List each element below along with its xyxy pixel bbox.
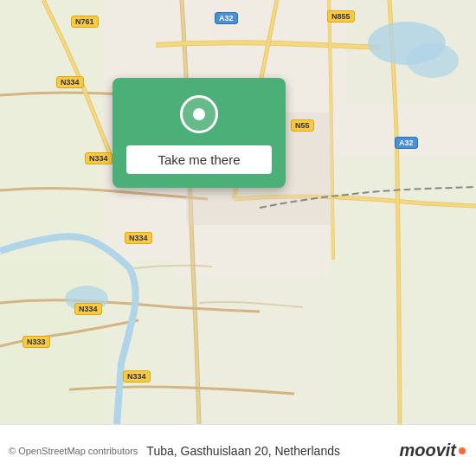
svg-point-7 bbox=[407, 43, 459, 78]
road-label-n761: N761 bbox=[71, 16, 99, 28]
take-me-there-button[interactable]: Take me there bbox=[126, 145, 272, 174]
road-label-n855: N855 bbox=[327, 10, 355, 23]
road-label-n334-mid: N334 bbox=[85, 152, 113, 164]
moovit-logo: moovit bbox=[399, 441, 466, 460]
location-pin-icon bbox=[180, 95, 218, 133]
road-label-n334-bottom: N334 bbox=[123, 370, 151, 383]
road-label-n333: N333 bbox=[23, 336, 50, 348]
pin-inner bbox=[193, 108, 205, 120]
road-label-n334-left: N334 bbox=[56, 76, 84, 88]
map-container: N761 A32 N855 N334 N334 N334 N55 A32 N33… bbox=[0, 0, 476, 424]
location-card: Take me there bbox=[113, 78, 286, 188]
moovit-text: moovit bbox=[399, 441, 456, 460]
bottom-bar: © OpenStreetMap contributors Tuba, Gasth… bbox=[0, 424, 476, 476]
moovit-dot bbox=[459, 447, 466, 454]
address-text: Tuba, Gasthuislaan 20, Netherlands bbox=[138, 444, 399, 458]
road-label-n55: N55 bbox=[291, 119, 314, 132]
road-label-n334-lower: N334 bbox=[74, 303, 102, 315]
road-label-a32-right: A32 bbox=[395, 137, 418, 149]
road-label-n334-bot: N334 bbox=[125, 232, 152, 244]
road-label-a32-top: A32 bbox=[215, 12, 238, 24]
map-attribution: © OpenStreetMap contributors bbox=[9, 446, 138, 456]
